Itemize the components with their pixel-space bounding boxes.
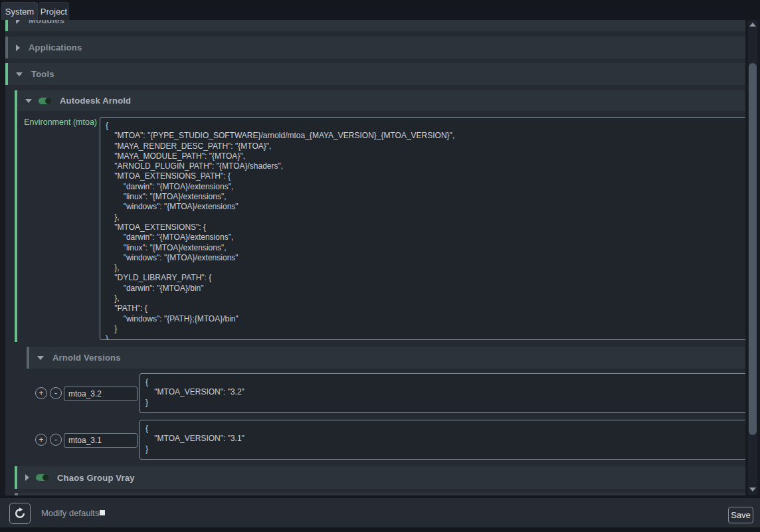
version-name-input[interactable] [64, 433, 138, 448]
section-header-arnold-versions[interactable]: Arnold Versions [27, 347, 745, 369]
settings-window: System Project Modules Applications Tool… [0, 0, 760, 532]
default-indicator-bar [15, 493, 18, 495]
scroll-down-button[interactable] [748, 486, 757, 493]
arnold-enabled-toggle[interactable] [39, 98, 52, 104]
arrow-down-icon [749, 488, 756, 491]
remove-version-button[interactable]: - [50, 434, 62, 446]
settings-scroll-area: Modules Applications Tools Autodesk Arno… [0, 20, 760, 495]
group-header-autodesk-arnold[interactable]: Autodesk Arnold [17, 90, 745, 111]
section-header-modules[interactable]: Modules [5, 20, 745, 31]
environment-json-editor[interactable]: { "MTOA": "{PYPE_STUDIO_SOFTWARE}/arnold… [100, 117, 749, 340]
chevron-right-icon [25, 474, 29, 481]
section-label: Modules [29, 20, 64, 25]
save-button[interactable]: Save [728, 507, 753, 523]
modify-defaults-checkbox[interactable] [100, 510, 105, 515]
chevron-down-icon [37, 356, 44, 360]
add-version-button[interactable]: + [35, 387, 47, 399]
footer-bar: Modify defaults Save [0, 497, 760, 527]
version-json-editor[interactable]: { "MTOA_VERSION": "3.2" } [140, 373, 749, 413]
scrollbar-track[interactable] [748, 21, 757, 495]
chevron-right-icon [16, 44, 20, 51]
toggle-knob [45, 98, 52, 104]
chevron-down-icon [16, 72, 23, 76]
chevron-down-icon [25, 99, 32, 103]
chevron-right-icon [16, 20, 20, 24]
left-margin [0, 20, 5, 495]
scroll-up-button[interactable] [748, 21, 757, 29]
tab-system[interactable]: System [1, 2, 38, 20]
refresh-button[interactable] [9, 503, 31, 524]
environment-mtoa-label: Environment (mtoa) [9, 118, 97, 127]
arrow-up-icon [749, 23, 756, 27]
add-version-button[interactable]: + [35, 434, 47, 446]
section-label: Arnold Versions [52, 353, 121, 363]
section-header-applications[interactable]: Applications [5, 37, 745, 58]
scrollbar-gutter [745, 20, 760, 495]
version-json-editor[interactable]: { "MTOA_VERSION": "3.1" } [140, 420, 749, 460]
section-label: Tools [31, 69, 54, 79]
refresh-icon [14, 507, 26, 519]
tab-bar: System Project [0, 0, 760, 20]
remove-version-button[interactable]: - [50, 387, 62, 399]
version-name-input[interactable] [64, 387, 138, 401]
vray-enabled-toggle[interactable] [36, 474, 49, 481]
default-indicator-bar [5, 37, 8, 58]
group-label: Chaos Group Vray [57, 473, 135, 483]
modified-indicator-bar [5, 63, 8, 85]
toggle-knob [43, 474, 49, 481]
group-header-chaos-group-vray[interactable]: Chaos Group Vray [15, 466, 745, 489]
modify-defaults-label: Modify defaults [41, 508, 99, 518]
section-header-tools[interactable]: Tools [5, 63, 745, 85]
next-section-clipped [15, 493, 745, 495]
modified-indicator-bar [15, 90, 17, 342]
section-label: Applications [29, 43, 82, 52]
default-indicator-bar [27, 347, 29, 369]
scrollbar-thumb[interactable] [749, 63, 757, 435]
group-label: Autodesk Arnold [60, 96, 131, 106]
modified-indicator-bar [5, 20, 8, 31]
modified-indicator-bar [15, 466, 17, 489]
tab-project[interactable]: Project [39, 2, 69, 20]
